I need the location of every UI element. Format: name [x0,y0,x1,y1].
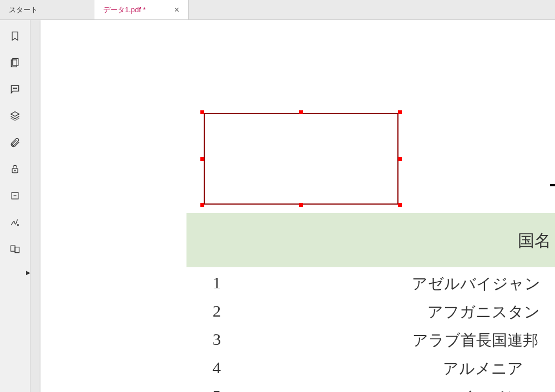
tab-document[interactable]: データ1.pdf * × [94,0,189,19]
resize-handle-bottom-right[interactable] [398,203,402,207]
compare-icon[interactable] [9,243,21,255]
country-name: イエメン [458,386,523,392]
close-icon[interactable]: × [168,5,179,15]
table-header: 国名 [518,230,551,252]
tab-label: データ1.pdf * [103,5,168,15]
crop-icon[interactable] [9,190,21,202]
svg-rect-10 [15,247,19,253]
main-area: ▶ 国名 1 アゼルバイジャン 2 アフガニスタ [0,20,555,392]
document-page[interactable]: 国名 1 アゼルバイジャン 2 アフガニスタン 3 アラブ首長国連邦 4 アルメ… [41,20,555,392]
resize-handle-middle-right[interactable] [398,157,402,161]
expand-arrow-icon[interactable]: ▶ [26,269,31,276]
country-name: アゼルバイジャン [412,273,541,294]
resize-handle-bottom-middle[interactable] [299,203,303,207]
row-number: 5 [213,386,221,392]
row-number: 3 [213,330,221,349]
resize-handle-top-left[interactable] [200,110,204,114]
bookmark-icon[interactable] [9,30,21,42]
tab-start[interactable]: スタート [0,0,94,19]
comments-icon[interactable] [9,83,21,95]
attachment-icon[interactable] [9,136,21,149]
resize-handle-middle-left[interactable] [200,157,204,161]
row-number: 4 [213,358,221,377]
svg-point-4 [16,88,17,89]
layers-icon[interactable] [9,110,21,122]
security-icon[interactable] [9,163,21,175]
resize-handle-top-right[interactable] [398,110,402,114]
resize-handle-bottom-left[interactable] [200,203,204,207]
selected-rectangle-shape[interactable] [204,113,398,205]
svg-point-3 [14,88,15,89]
tab-bar: スタート データ1.pdf * × [0,0,555,20]
svg-rect-9 [11,246,16,251]
svg-point-2 [13,88,14,89]
svg-point-6 [14,170,16,171]
table-header-bg [186,213,555,267]
horizontal-line [550,184,555,186]
country-name: アルメニア [443,358,523,379]
row-number: 1 [213,273,221,292]
canvas-area[interactable]: 国名 1 アゼルバイジャン 2 アフガニスタン 3 アラブ首長国連邦 4 アルメ… [31,20,555,392]
pages-icon[interactable] [9,57,21,69]
country-name: アラブ首長国連邦 [412,330,538,351]
sidebar: ▶ [0,20,31,392]
tab-label: スタート [9,5,85,15]
country-name: アフガニスタン [427,302,540,323]
resize-handle-top-middle[interactable] [299,110,303,114]
row-number: 2 [213,302,221,320]
signature-icon[interactable] [9,216,21,228]
